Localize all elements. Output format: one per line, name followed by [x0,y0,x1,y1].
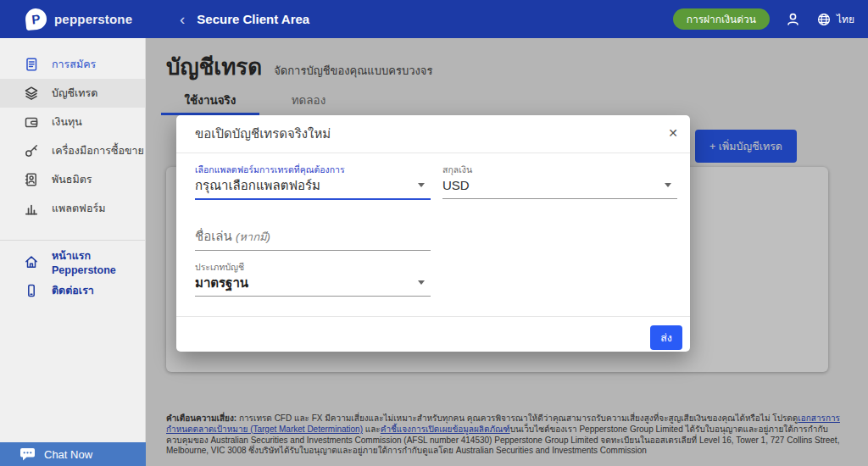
page-header-title: Secure Client Area [197,12,309,26]
currency-field-label: สกุลเงิน [442,164,677,175]
account-type-select[interactable]: มาตรฐาน [195,274,431,297]
sidebar-item-application[interactable]: การสมัคร [0,50,145,79]
currency-select[interactable]: USD [442,176,677,199]
sidebar-item-pepperstone-home[interactable]: หน้าแรก Pepperstone [0,247,145,276]
back-chevron-icon[interactable]: ‹ [180,10,185,29]
sidebar-primary-nav: การสมัคร บัญชีเทรด เงินทุน [0,38,145,223]
sidebar-item-trading-tools[interactable]: เครื่องมือการซื้อขาย [0,136,145,165]
modal-header: ขอเปิดบัญชีเทรดจริงใหม่ ✕ [176,115,690,153]
sidebar-item-label: เงินทุน [52,114,82,130]
brand-logo[interactable]: P pepperstone [25,8,159,30]
topbar: P pepperstone ‹ Secure Client Area การฝา… [0,0,868,38]
language-selector[interactable]: ไทย [816,11,854,27]
chevron-down-icon [418,183,425,187]
chat-bubble-icon [20,448,35,461]
nickname-placeholder: ชื่อเล่น [195,229,236,243]
user-account-button[interactable] [785,11,801,27]
currency-select-field: สกุลเงิน USD [442,164,677,199]
globe-icon [816,12,832,27]
document-icon [24,57,39,72]
key-icon [24,143,39,158]
sidebar-item-platforms[interactable]: แพลตฟอร์ม [0,194,145,223]
contacts-icon [24,172,39,187]
platform-field-label: เลือกแพลตฟอร์มการเทรดที่คุณต้องการ [195,164,431,175]
chat-now-button[interactable]: Chat Now [0,442,146,466]
user-icon [785,11,801,27]
sidebar-item-label: แพลตฟอร์ม [52,200,105,217]
sidebar-divider [0,240,145,241]
brand-name: pepperstone [54,12,132,26]
sidebar: การสมัคร บัญชีเทรด เงินทุน [0,38,146,466]
nickname-input[interactable]: ชื่อเล่น (หากมี) [195,227,431,251]
new-live-account-modal: ขอเปิดบัญชีเทรดจริงใหม่ ✕ เลือกแพลตฟอร์ม… [176,115,690,352]
sidebar-item-label: การสมัคร [52,56,96,73]
account-type-select-field: ประเภทบัญชี มาตรฐาน [195,262,431,297]
modal-title: ขอเปิดบัญชีเทรดจริงใหม่ [195,124,331,144]
platform-select-field: เลือกแพลตฟอร์มการเทรดที่คุณต้องการ กรุณา… [195,164,431,200]
nickname-field: ชื่อเล่น (หากมี) [195,227,431,251]
sidebar-item-label: พันธมิตร [52,171,92,188]
home-icon [24,254,39,269]
platform-select-value: กรุณาเลือกแพลตฟอร์ม [195,178,320,192]
chevron-down-icon [665,183,671,187]
modal-footer: ส่ง [176,316,690,352]
currency-select-value: USD [442,178,470,192]
platform-select[interactable]: กรุณาเลือกแพลตฟอร์ม [195,176,431,200]
pepperstone-client-area: P pepperstone ‹ Secure Client Area การฝา… [0,0,868,466]
chat-now-label: Chat Now [44,448,92,461]
account-type-field-label: ประเภทบัญชี [195,262,431,272]
chevron-down-icon [418,280,425,285]
language-label: ไทย [837,11,854,27]
sidebar-item-label: หน้าแรก Pepperstone [52,247,145,276]
sidebar-item-funds[interactable]: เงินทุน [0,108,145,136]
topbar-actions: การฝากเงินด่วน ไทย [673,8,854,30]
sidebar-item-label: บัญชีเทรด [52,85,97,102]
phone-icon [24,283,39,298]
quick-deposit-button[interactable]: การฝากเงินด่วน [673,8,770,30]
sidebar-item-label: ติดต่อเรา [52,282,94,299]
sidebar-item-label: เครื่องมือการซื้อขาย [52,142,144,159]
account-type-select-value: มาตรฐาน [195,275,248,290]
sidebar-item-partners[interactable]: พันธมิตร [0,165,145,194]
nickname-placeholder-hint: (หากมี) [236,230,270,243]
wallet-icon [24,114,39,130]
pepperstone-logo-icon: P [25,8,47,31]
close-icon[interactable]: ✕ [668,126,678,140]
bar-chart-icon [24,201,39,216]
sidebar-secondary-nav: หน้าแรก Pepperstone ติดต่อเรา [0,247,145,305]
sidebar-item-trading-accounts[interactable]: บัญชีเทรด [0,79,145,108]
layers-icon [24,86,39,101]
submit-button[interactable]: ส่ง [650,325,682,350]
sidebar-item-contact-us[interactable]: ติดต่อเรา [0,276,145,305]
